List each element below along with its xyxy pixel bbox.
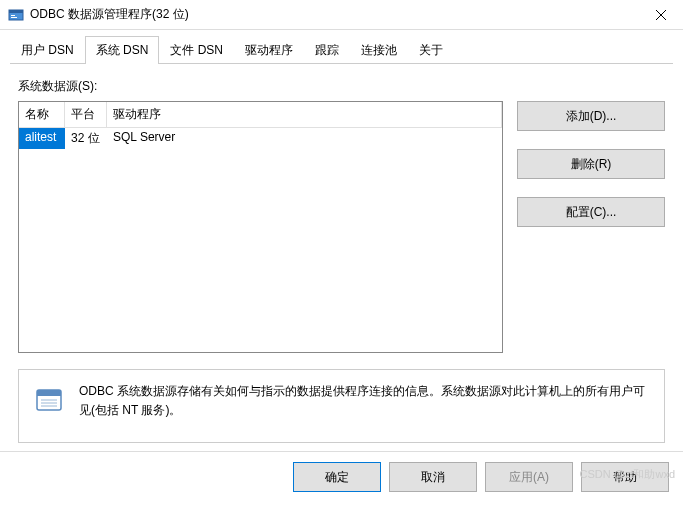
dialog-footer: 确定 取消 应用(A) 帮助 <box>0 451 683 502</box>
col-header-driver[interactable]: 驱动程序 <box>107 102 502 128</box>
info-box: ODBC 系统数据源存储有关如何与指示的数据提供程序连接的信息。系统数据源对此计… <box>18 369 665 443</box>
info-text: ODBC 系统数据源存储有关如何与指示的数据提供程序连接的信息。系统数据源对此计… <box>79 382 650 420</box>
svg-rect-1 <box>9 10 23 13</box>
cell-name: alitest <box>19 128 65 149</box>
svg-rect-5 <box>37 390 61 396</box>
tab-strip: 用户 DSN 系统 DSN 文件 DSN 驱动程序 跟踪 连接池 关于 <box>0 30 683 64</box>
tab-content: 系统数据源(S): 名称 平台 驱动程序 alitest 32 位 SQL Se… <box>0 64 683 451</box>
titlebar: ODBC 数据源管理程序(32 位) <box>0 0 683 30</box>
tab-system-dsn[interactable]: 系统 DSN <box>85 36 160 64</box>
app-icon <box>8 7 24 23</box>
cell-platform: 32 位 <box>65 128 107 149</box>
cancel-button[interactable]: 取消 <box>389 462 477 492</box>
list-header: 名称 平台 驱动程序 <box>19 102 502 128</box>
col-header-name[interactable]: 名称 <box>19 102 65 128</box>
svg-rect-3 <box>11 17 17 18</box>
apply-button[interactable]: 应用(A) <box>485 462 573 492</box>
side-buttons: 添加(D)... 删除(R) 配置(C)... <box>517 101 665 353</box>
tab-user-dsn[interactable]: 用户 DSN <box>10 36 85 64</box>
list-row[interactable]: alitest 32 位 SQL Server <box>19 128 502 149</box>
dsn-listbox[interactable]: 名称 平台 驱动程序 alitest 32 位 SQL Server <box>18 101 503 353</box>
tab-drivers[interactable]: 驱动程序 <box>234 36 304 64</box>
list-label: 系统数据源(S): <box>18 78 665 95</box>
configure-button[interactable]: 配置(C)... <box>517 197 665 227</box>
help-button[interactable]: 帮助 <box>581 462 669 492</box>
info-icon <box>33 384 65 416</box>
col-header-platform[interactable]: 平台 <box>65 102 107 128</box>
remove-button[interactable]: 删除(R) <box>517 149 665 179</box>
svg-rect-2 <box>11 15 15 16</box>
cell-driver: SQL Server <box>107 128 502 149</box>
tab-about[interactable]: 关于 <box>408 36 454 64</box>
tab-pooling[interactable]: 连接池 <box>350 36 408 64</box>
add-button[interactable]: 添加(D)... <box>517 101 665 131</box>
close-button[interactable] <box>638 0 683 30</box>
ok-button[interactable]: 确定 <box>293 462 381 492</box>
tab-tracing[interactable]: 跟踪 <box>304 36 350 64</box>
tab-file-dsn[interactable]: 文件 DSN <box>159 36 234 64</box>
window-title: ODBC 数据源管理程序(32 位) <box>30 6 638 23</box>
